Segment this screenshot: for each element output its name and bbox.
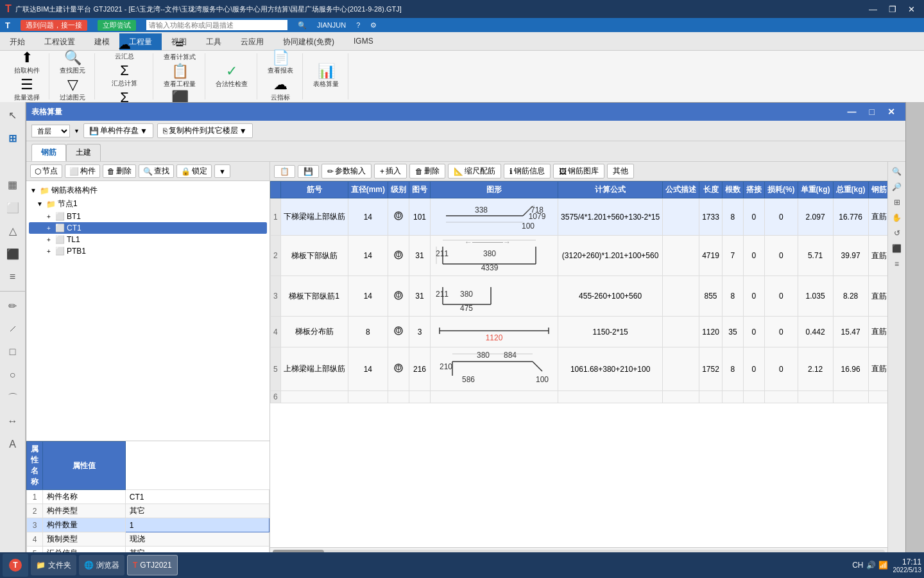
pick-component-button[interactable]: ⬆ 抬取构件 bbox=[10, 49, 44, 76]
bt1-toggle[interactable]: + bbox=[44, 213, 53, 220]
ribbon-search-input[interactable] bbox=[146, 20, 287, 30]
add-row-button[interactable]: 📋 bbox=[274, 165, 295, 178]
search-icon[interactable]: 🔍 bbox=[298, 21, 307, 30]
add-node-button[interactable]: ⬡ 节点 bbox=[30, 164, 62, 178]
start-button[interactable]: T bbox=[3, 554, 28, 577]
foundation-icon[interactable]: ⬛ bbox=[3, 243, 23, 264]
grid-row-1[interactable]: 1 下梯梁端上部纵筋 14 Φ 101 bbox=[271, 198, 888, 236]
finish-icon[interactable]: ⬜ bbox=[3, 197, 23, 218]
3d-icon[interactable]: ⬛ bbox=[890, 241, 904, 256]
grid-row-2[interactable]: 2 梯板下部纵筋 14 Φ 31 bbox=[271, 236, 888, 276]
cloud-sum-button[interactable]: ☁ 云汇总 bbox=[109, 37, 140, 62]
tab-igms[interactable]: IGMS bbox=[344, 33, 383, 50]
arc-icon[interactable]: ⌒ bbox=[3, 388, 23, 408]
tree-ptb1[interactable]: + ⬜ PTB1 bbox=[29, 245, 267, 257]
batch-select-button[interactable]: ☰ 批量选择 bbox=[10, 76, 44, 103]
node1-toggle[interactable]: ▼ bbox=[35, 200, 44, 207]
sound-icon[interactable]: 🔊 bbox=[866, 561, 876, 570]
dialog-close-button[interactable]: ✕ bbox=[882, 105, 900, 118]
tree-root[interactable]: ▼ 📁 钢筋表格构件 bbox=[29, 184, 267, 197]
taskbar-folder[interactable]: 📁 文件夹 bbox=[31, 555, 76, 575]
rebar-info-button[interactable]: ℹ 钢筋信息 bbox=[504, 164, 551, 179]
view-formula-button[interactable]: = 查看计算式 bbox=[160, 36, 200, 63]
tab-project-settings[interactable]: 工程设置 bbox=[35, 33, 85, 50]
add-component-button[interactable]: ⬜ 构件 bbox=[65, 164, 100, 178]
pan-icon[interactable]: ✋ bbox=[890, 211, 904, 225]
tab-civil[interactable]: 土建 bbox=[66, 144, 101, 161]
grid-row-6[interactable]: 6 bbox=[271, 391, 888, 403]
floor-select[interactable]: 首层 二层 三层 基础层 bbox=[31, 125, 70, 137]
taskbar-time[interactable]: 17:11 2022/5/13 bbox=[893, 557, 922, 574]
param-input-button[interactable]: ✏ 参数输入 bbox=[321, 164, 372, 179]
close-button[interactable]: ✕ bbox=[904, 3, 919, 15]
more-options-button[interactable]: 其他 bbox=[607, 164, 634, 179]
help-icon[interactable]: ? bbox=[356, 21, 360, 29]
filter-element-button[interactable]: ▽ 过滤图元 bbox=[56, 76, 89, 103]
prop-value-3[interactable] bbox=[125, 518, 269, 532]
find-element-button[interactable]: 🔍 查找图元 bbox=[56, 49, 89, 76]
layer-icon[interactable]: ≡ bbox=[890, 257, 904, 271]
tl1-toggle[interactable]: + bbox=[44, 236, 53, 243]
taskbar-browser[interactable]: 🌐 浏览器 bbox=[79, 555, 124, 575]
calc-button[interactable]: Σ 汇总计算 bbox=[108, 62, 141, 89]
report-button[interactable]: 📄 查看报表 bbox=[264, 49, 297, 76]
grid-row-4[interactable]: 4 梯板分布筋 8 Φ 3 bbox=[271, 317, 888, 347]
ct1-toggle[interactable]: + bbox=[44, 225, 53, 232]
scale-button[interactable]: 📐 缩尺配筋 bbox=[448, 164, 501, 179]
delete-button[interactable]: 🗑 删除 bbox=[103, 164, 136, 178]
zoom-in-icon[interactable]: 🔍 bbox=[890, 164, 904, 179]
prop-num-4: 4 bbox=[27, 532, 43, 547]
grid-row-5[interactable]: 5 上梯梁端上部纵筋 14 Φ 216 bbox=[271, 347, 888, 391]
check-validity-button[interactable]: ✓ 合法性检查 bbox=[212, 63, 252, 90]
tree-node1[interactable]: ▼ 📁 节点1 bbox=[29, 197, 267, 211]
taskbar-gtj[interactable]: T GTJ2021 bbox=[127, 555, 178, 575]
draw-icon[interactable]: ✏ bbox=[3, 295, 23, 316]
line-icon[interactable]: ⟋ bbox=[3, 319, 23, 339]
other-icon[interactable]: ≡ bbox=[3, 267, 23, 287]
nav-icon[interactable]: ⊞ bbox=[3, 128, 23, 148]
lock-button[interactable]: 🔒 锁定 bbox=[176, 164, 212, 178]
alert-button[interactable]: 遇到问题，接一接 bbox=[21, 20, 87, 31]
tab-tools[interactable]: 工具 bbox=[196, 33, 231, 50]
tree-ct1[interactable]: + ⬜ CT1 bbox=[29, 222, 267, 234]
settings-icon[interactable]: ⚙ bbox=[370, 21, 377, 30]
tab-cloud[interactable]: 云应用 bbox=[231, 33, 273, 50]
tab-collab[interactable]: 协同建模(免费) bbox=[273, 33, 344, 50]
rect-icon[interactable]: □ bbox=[3, 342, 23, 362]
tab-start[interactable]: 开始 bbox=[0, 33, 35, 50]
grid-delete-button[interactable]: 🗑 删除 bbox=[409, 164, 445, 179]
zoom-out-icon[interactable]: 🔎 bbox=[890, 180, 904, 194]
ptb1-toggle[interactable]: + bbox=[44, 248, 53, 255]
more-button[interactable]: ▼ bbox=[214, 164, 230, 178]
dialog-restore-button[interactable]: □ bbox=[864, 105, 880, 118]
minimize-button[interactable]: — bbox=[865, 3, 881, 15]
suggest-button[interactable]: 立即尝试 bbox=[98, 20, 136, 31]
roof-icon[interactable]: △ bbox=[3, 220, 23, 241]
tab-rebar[interactable]: 钢筋 bbox=[31, 144, 66, 161]
component-store-button[interactable]: 💾 单构件存盘 ▼ bbox=[83, 123, 153, 138]
tree-bt1[interactable]: + ⬜ BT1 bbox=[29, 211, 267, 222]
cloud-index-button[interactable]: ☁ 云指标 bbox=[265, 76, 296, 103]
root-toggle[interactable]: ▼ bbox=[29, 187, 38, 194]
text-icon[interactable]: A bbox=[3, 434, 23, 455]
tree-tl1[interactable]: + ⬜ TL1 bbox=[29, 234, 267, 245]
copy-component-button[interactable]: ⎘ 复制构件到其它楼层 ▼ bbox=[157, 123, 253, 138]
dim-icon[interactable]: ↔ bbox=[3, 411, 23, 432]
save-button[interactable]: 💾 bbox=[298, 165, 319, 178]
qty-input[interactable] bbox=[130, 521, 265, 530]
view-qty-button[interactable]: 📋 查看工程量 bbox=[160, 63, 200, 90]
circle-icon[interactable]: ○ bbox=[3, 365, 23, 385]
dialog-minimize-button[interactable]: — bbox=[843, 105, 862, 118]
grid-row-3[interactable]: 3 梯板下部纵筋1 14 Φ 31 bbox=[271, 276, 888, 317]
restore-button[interactable]: ❐ bbox=[885, 3, 900, 15]
network-icon[interactable]: 📶 bbox=[878, 561, 888, 570]
ch-icon[interactable]: CH bbox=[852, 561, 863, 570]
insert-button[interactable]: + 插入 bbox=[374, 164, 407, 179]
rotate-icon[interactable]: ↺ bbox=[890, 226, 904, 240]
fit-view-icon[interactable]: ⊞ bbox=[890, 195, 904, 209]
select-icon[interactable]: ↖ bbox=[3, 105, 23, 125]
rebar-lib-button[interactable]: 🖼 钢筋图库 bbox=[553, 164, 604, 179]
wall-icon[interactable]: ▦ bbox=[3, 174, 23, 195]
find-button[interactable]: 🔍 查找 bbox=[139, 164, 174, 178]
table-calc-button[interactable]: 📊 表格算量 bbox=[309, 63, 343, 90]
